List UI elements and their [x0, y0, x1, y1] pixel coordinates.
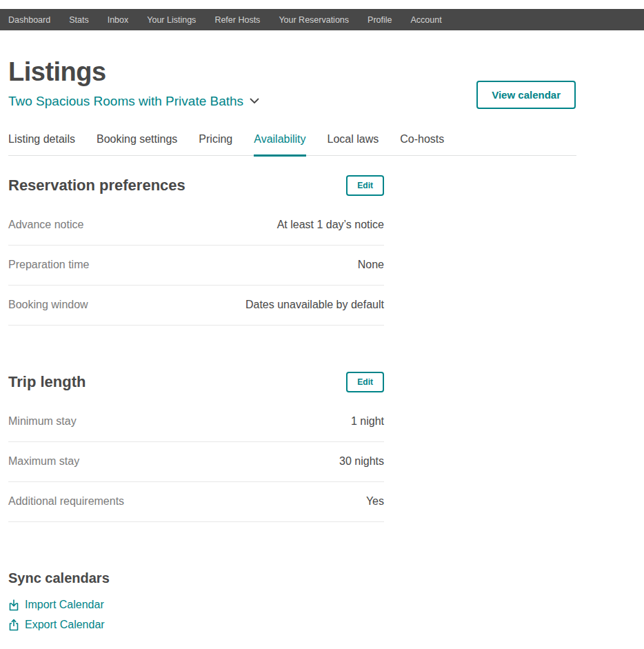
setting-label: Booking window	[8, 299, 88, 311]
setting-row-advance-notice: Advance notice At least 1 day’s notice	[8, 206, 384, 246]
tab-listing-details[interactable]: Listing details	[8, 133, 75, 157]
export-calendar-link[interactable]: Export Calendar	[8, 615, 105, 635]
setting-value: Dates unavailable by default	[245, 299, 384, 311]
listing-selector[interactable]: Two Spacious Rooms with Private Baths	[8, 94, 259, 109]
settings-rows: Minimum stay 1 night Maximum stay 30 nig…	[8, 402, 384, 522]
setting-value: 1 night	[351, 415, 384, 428]
tab-co-hosts[interactable]: Co-hosts	[400, 133, 444, 157]
nav-item-account[interactable]: Account	[411, 15, 442, 25]
setting-label: Minimum stay	[8, 415, 77, 428]
setting-label: Advance notice	[8, 219, 83, 231]
nav-item-refer-hosts[interactable]: Refer Hosts	[214, 15, 260, 25]
section-reservation-preferences: Reservation preferences Edit Advance not…	[8, 176, 384, 326]
page-content: Listings Two Spacious Rooms with Private…	[0, 58, 576, 635]
sync-links: Import Calendar Export Calendar	[8, 595, 576, 635]
top-navigation: Dashboard Stats Inbox Your Listings Refe…	[0, 9, 644, 30]
nav-item-profile[interactable]: Profile	[368, 15, 392, 25]
edit-reservation-preferences-button[interactable]: Edit	[346, 175, 384, 196]
setting-row-booking-window: Booking window Dates unavailable by defa…	[8, 286, 384, 326]
listing-tabs: Listing details Booking settings Pricing…	[8, 133, 576, 156]
tab-local-laws[interactable]: Local laws	[328, 133, 379, 157]
nav-item-your-reservations[interactable]: Your Reservations	[279, 15, 349, 25]
tab-availability[interactable]: Availability	[254, 133, 305, 157]
setting-row-maximum-stay: Maximum stay 30 nights	[8, 442, 384, 482]
page-header: Listings Two Spacious Rooms with Private…	[8, 58, 576, 109]
nav-item-your-listings[interactable]: Your Listings	[147, 15, 196, 25]
setting-row-preparation-time: Preparation time None	[8, 246, 384, 286]
export-calendar-label: Export Calendar	[25, 619, 105, 631]
setting-label: Maximum stay	[8, 455, 79, 468]
import-calendar-icon	[8, 599, 19, 611]
section-sync-calendars: Sync calendars Import Calendar	[8, 570, 576, 635]
setting-value: 30 nights	[339, 455, 384, 468]
listing-selector-label: Two Spacious Rooms with Private Baths	[8, 94, 243, 109]
import-calendar-link[interactable]: Import Calendar	[8, 595, 104, 615]
nav-item-stats[interactable]: Stats	[69, 15, 89, 25]
setting-label: Preparation time	[8, 259, 89, 271]
setting-row-additional-requirements: Additional requirements Yes	[8, 482, 384, 522]
nav-item-dashboard[interactable]: Dashboard	[8, 15, 50, 25]
view-calendar-button[interactable]: View calendar	[476, 81, 576, 109]
edit-trip-length-button[interactable]: Edit	[346, 372, 384, 392]
section-title: Reservation preferences	[8, 177, 185, 194]
export-calendar-icon	[8, 619, 19, 631]
import-calendar-label: Import Calendar	[25, 599, 104, 611]
setting-value: Yes	[366, 495, 384, 508]
section-trip-length: Trip length Edit Minimum stay 1 night Ma…	[8, 372, 384, 522]
section-header: Trip length Edit	[8, 372, 384, 392]
section-title: Trip length	[8, 373, 85, 391]
tab-booking-settings[interactable]: Booking settings	[97, 133, 177, 157]
setting-value: None	[358, 259, 384, 271]
setting-value: At least 1 day’s notice	[277, 219, 384, 231]
section-header: Reservation preferences Edit	[8, 176, 384, 195]
sync-calendars-title: Sync calendars	[8, 570, 576, 586]
settings-rows: Advance notice At least 1 day’s notice P…	[8, 206, 384, 326]
nav-item-inbox[interactable]: Inbox	[108, 15, 129, 25]
setting-label: Additional requirements	[8, 495, 124, 508]
chevron-down-icon	[250, 98, 259, 104]
tab-pricing[interactable]: Pricing	[199, 133, 232, 157]
setting-row-minimum-stay: Minimum stay 1 night	[8, 402, 384, 442]
